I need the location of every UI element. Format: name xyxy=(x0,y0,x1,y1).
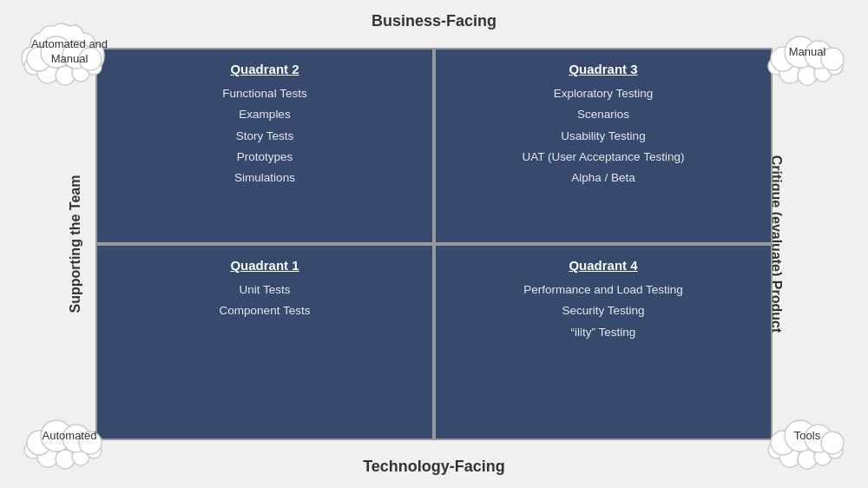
quadrant-2: Quadrant 2 Functional Tests Examples Sto… xyxy=(97,49,432,242)
cloud-bottom-left: Automated xyxy=(17,401,122,471)
q4-item-3: “ility” Testing xyxy=(571,324,636,341)
q2-item-3: Story Tests xyxy=(236,128,294,145)
q3-item-5: Alpha / Beta xyxy=(571,169,635,187)
q3-item-4: UAT (User Acceptance Testing) xyxy=(523,148,685,166)
q3-item-3: Usability Testing xyxy=(561,128,645,145)
quadrant-1: Quadrant 1 Unit Tests Component Tests xyxy=(97,246,432,439)
cloud-bottom-left-text: Automated xyxy=(43,429,97,444)
quadrant-3-title: Quadrant 3 xyxy=(569,62,637,76)
q2-item-5: Simulations xyxy=(234,169,295,187)
quadrant-4-title: Quadrant 4 xyxy=(569,258,637,273)
q2-item-2: Examples xyxy=(239,106,290,123)
cloud-bottom-right: Tools xyxy=(764,401,851,471)
q4-item-2: Security Testing xyxy=(562,302,644,320)
q1-item-2: Component Tests xyxy=(220,302,311,320)
svg-point-35 xyxy=(821,432,844,454)
axis-bottom-label: Technology-Facing xyxy=(363,458,505,476)
diagram-container: Business-Facing Technology-Facing Suppor… xyxy=(0,0,868,488)
q3-item-1: Exploratory Testing xyxy=(554,85,654,102)
cloud-top-right-text: Manual xyxy=(789,45,826,60)
axis-top-label: Business-Facing xyxy=(372,12,496,30)
quadrant-3: Quadrant 3 Exploratory Testing Scenarios… xyxy=(436,49,771,242)
q2-item-4: Prototypes xyxy=(237,148,293,166)
quadrant-4: Quadrant 4 Performance and Load Testing … xyxy=(436,246,771,439)
quadrant-2-title: Quadrant 2 xyxy=(230,62,299,76)
q4-item-1: Performance and Load Testing xyxy=(523,281,683,299)
cloud-bottom-right-text: Tools xyxy=(794,429,820,444)
quadrant-1-title: Quadrant 1 xyxy=(230,258,299,273)
cloud-top-left-text: Automated and Manual xyxy=(17,37,122,67)
quadrant-grid: Quadrant 2 Functional Tests Examples Sto… xyxy=(95,48,773,440)
cloud-top-left: Automated and Manual xyxy=(17,17,122,87)
q1-item-1: Unit Tests xyxy=(239,281,290,299)
axis-left-label: Supporting the Team xyxy=(68,175,83,313)
cloud-top-right: Manual xyxy=(764,17,851,87)
q2-item-1: Functional Tests xyxy=(222,85,306,102)
q3-item-2: Scenarios xyxy=(577,106,629,123)
